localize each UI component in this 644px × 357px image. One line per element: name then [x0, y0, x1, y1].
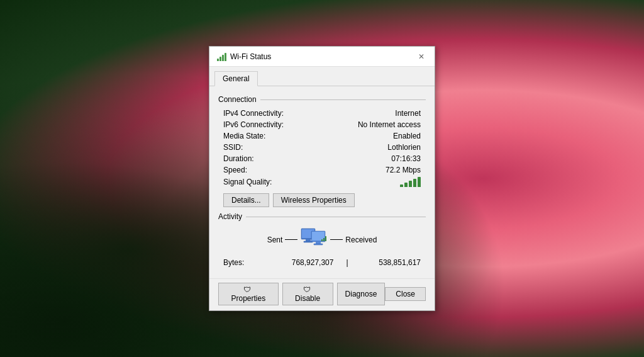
ssid-row: SSID: Lothlorien [218, 142, 426, 153]
media-state-key: Media State: [223, 132, 265, 140]
close-icon[interactable]: ✕ [416, 51, 427, 62]
signal-quality-bars [400, 177, 421, 187]
sent-label: Sent [267, 235, 283, 244]
dialog-title: Wi-Fi Status [230, 52, 271, 61]
close-dialog-button[interactable]: Close [385, 287, 426, 301]
speed-key: Speed: [223, 166, 247, 174]
bytes-row: Bytes: 768,927,307 | 538,851,617 [218, 257, 426, 268]
disable-button[interactable]: 🛡Disable [282, 283, 333, 305]
activity-label: Activity [218, 212, 246, 221]
dialog-footer: 🛡Properties 🛡Disable Diagnose Close [209, 278, 435, 310]
received-label: Received [345, 235, 377, 244]
activity-icons-row: Sent [267, 227, 377, 252]
ipv4-key: IPv4 Connectivity: [223, 109, 284, 118]
ipv6-value: No Internet access [358, 120, 421, 129]
ssid-value: Lothlorien [387, 143, 421, 152]
bytes-label: Bytes: [223, 258, 261, 267]
wifi-status-dialog: Wi-Fi Status ✕ General Connection IPv4 C… [209, 46, 435, 311]
activity-section: Activity Sent [218, 212, 426, 271]
svg-rect-6 [316, 242, 321, 244]
network-icon [300, 227, 328, 252]
disable-shield-icon: 🛡 [303, 285, 311, 294]
activity-content: Sent [218, 225, 426, 271]
titlebar-left: Wi-Fi Status [217, 52, 271, 61]
ipv6-row: IPv6 Connectivity: No Internet access [218, 119, 426, 130]
diagnose-button[interactable]: Diagnose [337, 283, 386, 305]
computer-svg [300, 227, 328, 250]
signal-quality-key: Signal Quality: [223, 178, 272, 186]
svg-rect-10 [325, 236, 326, 241]
wifi-title-icon [217, 52, 226, 61]
footer-left-buttons: 🛡Properties 🛡Disable Diagnose [218, 283, 385, 305]
svg-rect-8 [321, 239, 323, 241]
tab-general[interactable]: General [214, 71, 258, 86]
bytes-received-value: 538,851,617 [348, 258, 421, 267]
dialog-body: Connection IPv4 Connectivity: Internet I… [209, 86, 435, 276]
duration-row: Duration: 07:16:33 [218, 153, 426, 164]
svg-rect-2 [306, 239, 311, 241]
signal-bar-5 [418, 177, 421, 187]
connection-label: Connection [218, 95, 260, 104]
ipv6-key: IPv6 Connectivity: [223, 120, 284, 129]
connection-section-header: Connection [218, 95, 426, 104]
received-line [330, 239, 343, 240]
signal-bar-4 [413, 179, 416, 187]
signal-quality-row: Signal Quality: [218, 176, 426, 188]
activity-section-header: Activity [218, 212, 426, 221]
connection-divider [260, 99, 426, 100]
titlebar: Wi-Fi Status ✕ [209, 47, 435, 67]
details-button[interactable]: Details... [223, 193, 269, 207]
properties-label: Properties [231, 294, 265, 303]
svg-rect-9 [323, 238, 325, 241]
sent-line [285, 239, 297, 240]
bytes-sent-value: 768,927,307 [261, 258, 346, 267]
ssid-key: SSID: [223, 143, 243, 152]
svg-rect-7 [314, 244, 323, 245]
wireless-properties-button[interactable]: Wireless Properties [273, 193, 355, 207]
connection-buttons-row: Details... Wireless Properties [218, 188, 426, 210]
signal-bar-2 [404, 183, 408, 187]
ipv4-value: Internet [395, 109, 421, 118]
properties-shield-icon: 🛡 [243, 285, 251, 294]
media-state-row: Media State: Enabled [218, 130, 426, 142]
activity-divider [246, 217, 426, 217]
svg-rect-5 [312, 232, 325, 241]
ipv4-row: IPv4 Connectivity: Internet [218, 108, 426, 119]
properties-button[interactable]: 🛡Properties [218, 283, 279, 305]
speed-row: Speed: 72.2 Mbps [218, 164, 426, 176]
disable-label: Disable [295, 294, 320, 303]
tab-bar: General [209, 67, 435, 86]
duration-value: 07:16:33 [391, 154, 421, 163]
speed-value: 72.2 Mbps [386, 166, 421, 174]
media-state-value: Enabled [393, 132, 421, 140]
signal-bar-1 [400, 184, 403, 187]
signal-bar-3 [409, 181, 412, 187]
dialog-overlay: Wi-Fi Status ✕ General Connection IPv4 C… [0, 0, 644, 357]
duration-key: Duration: [223, 154, 254, 163]
